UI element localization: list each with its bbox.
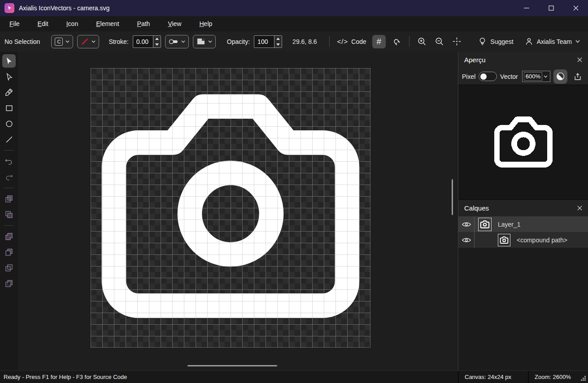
suggest-button[interactable]: Suggest [478,37,513,46]
minimize-button[interactable] [514,0,539,16]
intersect-paths-button[interactable] [2,261,16,275]
chevron-down-icon [208,40,212,43]
layer-visibility-toggle[interactable] [458,216,475,232]
account-menu[interactable]: Axialis Team [525,37,580,46]
line-tool[interactable] [2,133,16,146]
zoom-out-button[interactable] [433,35,446,48]
rectangle-icon [5,104,13,112]
toolbar-separator [409,36,409,47]
artboard[interactable] [91,68,370,348]
vertical-scrollbar-thumb[interactable] [452,179,453,215]
ellipse-tool[interactable] [2,117,16,130]
preview-close-button[interactable] [577,57,582,62]
preview-zoom-value: 600% [525,73,541,80]
redo-button[interactable] [2,170,16,184]
opacity-spin-down[interactable] [274,42,282,47]
menu-edit[interactable]: Edit [31,18,55,30]
suggest-label: Suggest [490,38,513,45]
grip-dots-icon [580,375,586,381]
layers-close-button[interactable] [577,206,582,211]
export-preview-button[interactable] [571,69,584,84]
magnet-icon [392,37,401,46]
rectangle-tool[interactable] [2,101,16,115]
bring-forward-button[interactable] [2,192,16,206]
close-icon [577,206,582,211]
stroke-spinner [153,36,161,47]
code-button[interactable]: </> Code [335,38,368,45]
chevron-down-icon [65,40,70,43]
preview-panel-title: Aperçu [464,56,486,64]
horizontal-scrollbar-thumb[interactable] [187,365,277,366]
window-controls [514,0,588,16]
pixel-grid-overlay [91,68,370,348]
window-title: Axialis IconVectors - camera.svg [19,4,109,12]
close-icon [577,57,582,62]
layer-row[interactable]: Layer_1 [458,216,588,232]
contrast-icon [556,72,565,81]
grid-toggle-button[interactable]: # [372,35,386,48]
preview-background-toggle[interactable] [553,69,567,84]
exclude-paths-button[interactable] [2,277,16,290]
selection-status: No Selection [4,38,40,45]
layer-thumbnail [478,218,492,231]
pixel-vector-toggle[interactable] [479,72,497,81]
class-dropdown[interactable]: C [51,35,73,48]
stroke-width-stepper [133,35,161,48]
tool-separator [4,188,14,188]
snap-button[interactable] [390,35,403,48]
line-cap-dropdown[interactable] [165,35,189,48]
select-tool[interactable] [2,54,16,68]
preview-controls: Pixel Vector 600% [458,68,588,85]
line-cap-icon [169,38,179,45]
tool-separator [4,150,14,151]
zoom-in-button[interactable] [415,35,429,48]
stroke-width-input[interactable] [133,36,153,47]
eye-icon [462,237,471,243]
pen-tool[interactable] [2,86,16,99]
resize-grip[interactable] [578,371,588,383]
export-icon [573,72,582,81]
stroke-spin-up[interactable] [153,36,161,42]
menu-help[interactable]: Help [192,18,219,30]
layer-name: Layer_1 [498,221,521,228]
stroke-color-dropdown[interactable] [77,35,99,48]
line-icon [5,135,13,144]
tools-sidebar [0,52,18,370]
close-button[interactable] [563,0,588,16]
undo-icon [4,157,13,166]
layers-panel-title: Calques [464,204,489,212]
undo-button[interactable] [2,155,16,168]
code-icon: </> [337,38,348,45]
menu-icon[interactable]: Icon [60,18,85,30]
main-area: Aperçu Pixel Vector 600% [0,52,588,370]
eye-icon [462,221,471,228]
layer-visibility-toggle[interactable] [458,232,475,248]
opacity-input[interactable] [254,36,274,47]
menu-element[interactable]: Element [89,18,126,30]
canvas-viewport[interactable] [18,52,458,370]
opacity-spin-up[interactable] [274,36,282,42]
unite-paths-button[interactable] [2,230,16,243]
chevron-down-icon [575,40,580,43]
chevron-down-icon [544,75,548,78]
chevron-down-icon [91,40,96,43]
send-backward-button[interactable] [2,208,16,221]
center-view-button[interactable] [450,35,464,48]
menu-view[interactable]: View [161,18,188,30]
zoom-level-text: Zoom: 2600% [535,374,571,380]
direct-select-tool[interactable] [2,70,16,83]
camera-icon [480,219,490,229]
layer-row[interactable]: <compound path> [458,232,588,248]
stroke-spin-down[interactable] [153,42,161,47]
maximize-button[interactable] [539,0,563,16]
right-panel: Aperçu Pixel Vector 600% [458,52,588,370]
status-zoom-level: Zoom: 2600% [528,371,578,383]
no-color-slash-icon [81,38,89,46]
code-label: Code [351,38,366,45]
corner-join-dropdown[interactable] [193,35,216,48]
subtract-paths-button[interactable] [2,245,16,259]
menu-file[interactable]: File [3,18,26,30]
menu-path[interactable]: Path [131,18,157,30]
preview-zoom-select[interactable]: 600% [522,71,550,82]
class-letter-icon: C [55,38,63,46]
